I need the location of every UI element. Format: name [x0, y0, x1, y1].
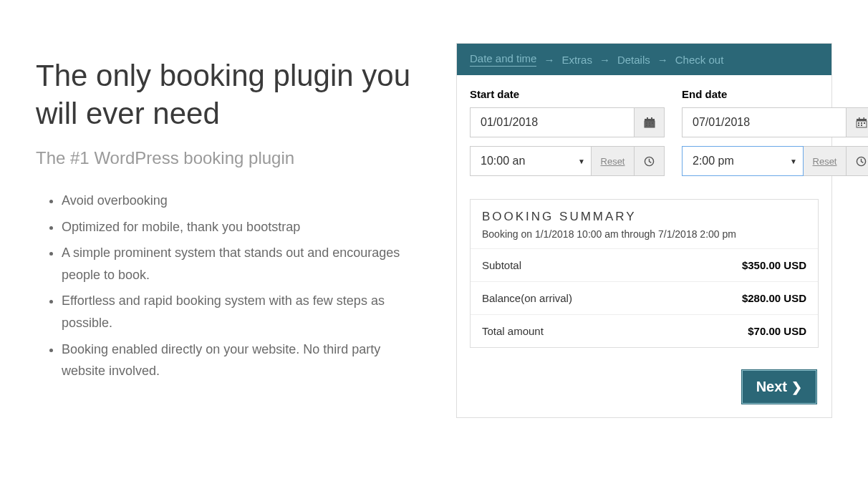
start-time-reset-button[interactable]: Reset — [592, 146, 635, 176]
calendar-icon[interactable] — [635, 107, 665, 137]
summary-label: Total amount — [482, 325, 544, 337]
svg-rect-6 — [652, 122, 653, 124]
summary-value: $280.00 USD — [742, 292, 806, 304]
summary-subtitle: Booking on 1/1/2018 10:00 am through 7/1… — [482, 228, 806, 240]
svg-rect-18 — [861, 125, 862, 126]
chevron-right-icon: ❯ — [791, 379, 802, 395]
booking-widget: Date and time → Extras → Details → Check… — [456, 43, 832, 418]
svg-rect-12 — [859, 117, 860, 120]
summary-label: Balance(on arrival) — [482, 292, 572, 304]
summary-row: Balance(on arrival) $280.00 USD — [471, 282, 818, 315]
arrow-right-icon: → — [544, 54, 554, 66]
svg-rect-10 — [857, 121, 867, 127]
arrow-right-icon: → — [599, 54, 610, 66]
svg-rect-15 — [861, 122, 862, 124]
end-time-select[interactable]: 2:00 pm ▼ — [682, 146, 804, 176]
svg-rect-13 — [863, 117, 864, 120]
svg-rect-8 — [649, 125, 650, 126]
chevron-down-icon: ▼ — [578, 157, 585, 165]
summary-label: Subtotal — [482, 259, 521, 271]
end-time-reset-button[interactable]: Reset — [804, 146, 847, 176]
summary-value: $350.00 USD — [742, 259, 806, 271]
svg-rect-2 — [647, 117, 648, 120]
list-item: A simple prominent system that stands ou… — [62, 242, 420, 286]
clock-icon[interactable] — [635, 146, 665, 176]
next-button-label: Next — [756, 379, 787, 395]
svg-rect-7 — [646, 125, 647, 126]
arrow-right-icon: → — [657, 54, 668, 66]
step-details[interactable]: Details — [617, 54, 650, 66]
feature-list: Avoid overbooking Optimized for mobile, … — [36, 190, 420, 382]
summary-value: $70.00 USD — [748, 325, 806, 337]
clock-icon[interactable] — [847, 146, 868, 176]
svg-rect-17 — [858, 125, 859, 126]
svg-rect-11 — [857, 119, 867, 121]
svg-rect-14 — [858, 122, 859, 124]
list-item: Avoid overbooking — [62, 190, 420, 212]
step-date-and-time[interactable]: Date and time — [470, 52, 536, 67]
next-button[interactable]: Next ❯ — [741, 369, 817, 404]
calendar-icon[interactable] — [847, 107, 868, 137]
list-item: Effortless and rapid booking system with… — [62, 290, 420, 334]
end-date-label: End date — [682, 88, 868, 100]
list-item: Optimized for mobile, thank you bootstra… — [62, 216, 420, 238]
start-time-value: 10:00 an — [481, 155, 574, 167]
svg-rect-3 — [651, 117, 652, 120]
step-extras[interactable]: Extras — [561, 54, 592, 66]
hero-subtitle: The #1 WordPress booking plugin — [36, 148, 420, 168]
booking-summary: BOOKING SUMMARY Booking on 1/1/2018 10:0… — [470, 199, 819, 348]
end-time-value: 2:00 pm — [693, 155, 786, 167]
steps-bar: Date and time → Extras → Details → Check… — [457, 44, 831, 75]
svg-rect-16 — [864, 122, 865, 124]
svg-rect-5 — [649, 122, 650, 124]
start-date-label: Start date — [470, 88, 665, 100]
end-date-input[interactable] — [682, 107, 847, 137]
start-time-select[interactable]: 10:00 an ▼ — [470, 146, 592, 176]
hero-title: The only booking plugin you will ever ne… — [36, 57, 420, 132]
chevron-down-icon: ▼ — [790, 157, 797, 165]
summary-title: BOOKING SUMMARY — [482, 210, 806, 224]
summary-row: Total amount $70.00 USD — [471, 315, 818, 347]
summary-row: Subtotal $350.00 USD — [471, 249, 818, 282]
start-date-input[interactable] — [470, 107, 635, 137]
list-item: Booking enabled directly on your website… — [62, 339, 420, 382]
step-check-out[interactable]: Check out — [675, 54, 724, 66]
svg-rect-4 — [646, 122, 647, 124]
svg-rect-1 — [645, 119, 655, 121]
